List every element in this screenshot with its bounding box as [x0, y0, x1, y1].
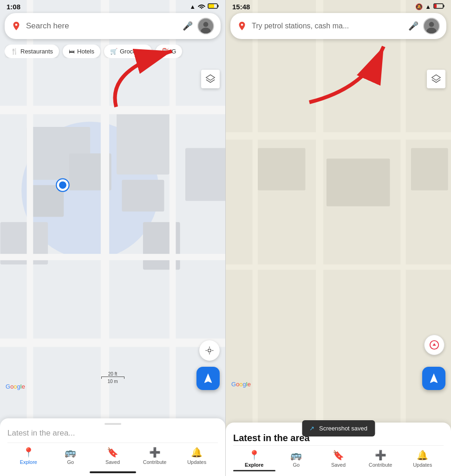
bottom-nav-right: 📍 Explore 🚌 Go 🔖 Saved ➕ Contribute 🔔 Up…: [233, 445, 444, 476]
grocery-icon: 🛒: [110, 48, 118, 55]
google-logo-left: Google: [6, 383, 25, 390]
svg-point-18: [59, 181, 66, 189]
search-bar-left[interactable]: Search here 🎤: [5, 13, 221, 39]
svg-rect-53: [434, 4, 437, 8]
svg-rect-36: [316, 0, 323, 476]
saved-icon-left: 🔖: [107, 447, 118, 458]
go-label-left: Go: [67, 459, 74, 465]
bottom-sheet-left: Latest in the area... 📍 Explore 🚌 Go 🔖 S…: [0, 418, 225, 476]
explore-icon-right: 📍: [248, 450, 260, 461]
nav-saved-left[interactable]: 🔖 Saved: [92, 447, 134, 465]
right-phone-panel: Try petrol stations, cash ma... 🎤: [226, 0, 451, 476]
avatar-left[interactable]: [197, 18, 214, 34]
search-input-right[interactable]: Try petrol stations, cash ma...: [252, 22, 404, 30]
svg-marker-23: [206, 75, 215, 80]
battery-icon-left: [208, 3, 219, 10]
direction-fab-left[interactable]: [196, 367, 220, 390]
layers-button-left[interactable]: [201, 70, 220, 88]
direction-fab-right[interactable]: [422, 367, 445, 390]
svg-rect-41: [327, 159, 390, 206]
nav-updates-right[interactable]: 🔔 Updates: [401, 450, 444, 471]
toast-icon: ↗: [309, 425, 314, 432]
pill-gas[interactable]: ⛽ G: [156, 45, 182, 58]
svg-marker-49: [432, 343, 436, 346]
svg-rect-6: [117, 106, 170, 175]
map-area-right[interactable]: Try petrol stations, cash ma... 🎤: [226, 0, 451, 476]
svg-rect-39: [253, 0, 258, 476]
nav-explore-left[interactable]: 📍 Explore: [7, 447, 50, 465]
pill-groceries[interactable]: 🛒 Groceries: [104, 45, 152, 58]
updates-label-right: Updates: [413, 462, 432, 468]
restaurant-icon: 🍴: [11, 48, 18, 55]
google-logo-right: Google: [231, 381, 251, 388]
svg-point-45: [429, 22, 434, 27]
google-maps-pin-icon: [11, 21, 21, 31]
explore-label-right: Explore: [245, 462, 263, 468]
svg-point-30: [201, 8, 203, 9]
svg-rect-7: [122, 180, 164, 212]
explore-icon-left: 📍: [23, 447, 34, 458]
wifi-icon-left: [198, 3, 205, 10]
status-icons-right: 🔕 ▲: [415, 3, 444, 10]
gas-icon: ⛽: [162, 48, 169, 55]
toast-text: Screenshot saved: [319, 425, 367, 432]
left-phone-panel: Search here 🎤 🍴 Restaurants 🛏 Hotels: [0, 0, 226, 476]
nav-explore-right[interactable]: 📍 Explore: [233, 450, 275, 471]
svg-rect-12: [101, 0, 109, 476]
updates-icon-right: 🔔: [417, 450, 428, 461]
svg-rect-33: [209, 4, 214, 8]
svg-rect-52: [444, 5, 444, 7]
screenshot-toast: ↗ Screenshot saved: [302, 420, 375, 436]
mic-icon-left[interactable]: 🎤: [183, 21, 193, 31]
svg-rect-38: [400, 0, 405, 476]
battery-icon-right: [433, 3, 444, 10]
pill-restaurants[interactable]: 🍴 Restaurants: [5, 45, 59, 58]
search-bar-right[interactable]: Try petrol stations, cash ma... 🎤: [230, 13, 446, 39]
explore-label-left: Explore: [20, 459, 37, 465]
svg-point-46: [426, 28, 436, 34]
pill-hotels[interactable]: 🛏 Hotels: [63, 45, 100, 58]
google-maps-pin-icon-right: [237, 21, 247, 31]
go-icon-right: 🚌: [290, 450, 302, 461]
nav-updates-left[interactable]: 🔔 Updates: [176, 447, 218, 465]
avatar-right[interactable]: [423, 18, 440, 34]
svg-rect-15: [170, 0, 176, 476]
nav-go-left[interactable]: 🚌 Go: [50, 447, 92, 465]
latest-text-left: Latest in the area...: [7, 429, 218, 438]
svg-rect-16: [27, 0, 33, 476]
svg-point-21: [203, 22, 209, 27]
svg-rect-35: [226, 132, 451, 139]
location-button-left[interactable]: [199, 340, 220, 361]
go-label-right: Go: [293, 462, 300, 468]
svg-point-22: [201, 28, 210, 34]
category-pills-left: 🍴 Restaurants 🛏 Hotels 🛒 Groceries ⛽ G: [5, 45, 225, 58]
nav-contribute-right[interactable]: ➕ Contribute: [359, 450, 402, 471]
go-icon-left: 🚌: [65, 447, 76, 458]
help-fab-right[interactable]: [424, 335, 444, 355]
contribute-icon-right: ➕: [375, 450, 386, 461]
saved-icon-right: 🔖: [333, 450, 344, 461]
svg-point-19: [15, 24, 18, 26]
saved-label-right: Saved: [331, 462, 346, 468]
status-bar-right: 15:48 🔕 ▲: [226, 0, 451, 13]
svg-marker-47: [432, 75, 440, 80]
sheet-handle-left: [105, 423, 121, 425]
mute-icon-right: 🔕: [415, 3, 423, 10]
svg-rect-37: [226, 264, 451, 270]
svg-rect-42: [411, 148, 448, 191]
layers-button-right[interactable]: [427, 70, 445, 88]
map-area-left[interactable]: Search here 🎤 🍴 Restaurants 🛏 Hotels: [0, 0, 225, 476]
saved-label-left: Saved: [105, 459, 120, 465]
bottom-nav-left: 📍 Explore 🚌 Go 🔖 Saved ➕ Contribute 🔔 Up…: [7, 443, 218, 469]
contribute-label-right: Contribute: [369, 462, 392, 468]
mic-icon-right[interactable]: 🎤: [408, 21, 418, 31]
nav-go-right[interactable]: 🚌 Go: [275, 450, 318, 471]
scale-bar-left: 20 ft 10 m: [101, 371, 124, 384]
home-indicator-left: [90, 471, 136, 473]
nav-contribute-left[interactable]: ➕ Contribute: [134, 447, 176, 465]
time-right: 15:48: [232, 3, 250, 11]
nav-saved-right[interactable]: 🔖 Saved: [317, 450, 359, 471]
svg-rect-13: [0, 254, 225, 260]
search-input-left[interactable]: Search here: [26, 21, 178, 31]
svg-point-28: [208, 349, 211, 352]
